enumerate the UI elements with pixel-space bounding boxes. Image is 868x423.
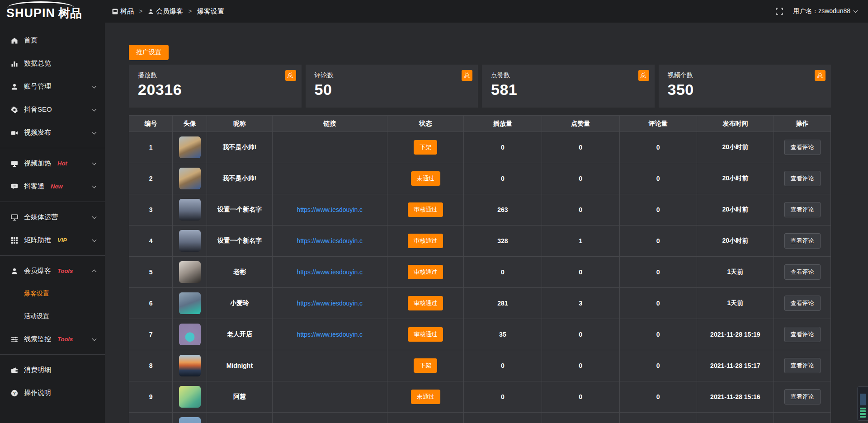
view-comments-button[interactable]: 查看评论	[784, 389, 821, 404]
sidebar-subitem-baoke-settings[interactable]: 爆客设置	[0, 282, 105, 305]
link-cell: https://www.iesdouyin.c	[272, 226, 387, 257]
view-comments-button[interactable]: 查看评论	[784, 202, 821, 217]
row-index-cell: 2	[129, 163, 173, 194]
fullscreen-icon[interactable]	[776, 8, 783, 15]
breadcrumb: 树品 > 会员爆客 > 爆客设置	[112, 7, 224, 16]
avatar-cell	[173, 163, 207, 194]
sidebar-item-home[interactable]: 首页	[0, 29, 105, 52]
video-link[interactable]: https://www.iesdouyin.c	[297, 268, 363, 276]
widget-bar	[860, 416, 866, 418]
comments-cell: 0	[619, 319, 697, 350]
sidebar-item-consumption-detail[interactable]: 消费明细	[0, 358, 105, 381]
plays-cell: 0	[464, 132, 542, 163]
username-label: 用户名：zswodun88	[793, 7, 850, 15]
chevron-down-icon	[92, 84, 97, 88]
sidebar-item-matrix-boost[interactable]: 矩阵助推 VIP	[0, 229, 105, 252]
sidebar-item-all-media[interactable]: 全媒体运营	[0, 206, 105, 229]
sidebar-menu: 首页 数据总览 账号管理 抖音SEO 视频发布 视频加热 Hot	[0, 23, 105, 404]
promotion-settings-button[interactable]: 推广设置	[129, 45, 169, 60]
status-badge[interactable]: 审核通过	[408, 265, 443, 279]
view-comments-button[interactable]: 查看评论	[784, 358, 821, 373]
avatar-cell	[173, 413, 207, 423]
avatar	[179, 261, 201, 283]
view-comments-button[interactable]: 查看评论	[784, 264, 821, 280]
floating-widget[interactable]	[857, 386, 868, 421]
likes-cell: 0	[542, 381, 619, 413]
breadcrumb-section[interactable]: 会员爆客	[156, 7, 183, 16]
avatar	[179, 417, 201, 423]
nickname-cell: 设置一个新名字	[207, 226, 272, 257]
sidebar-item-douyin-seo[interactable]: 抖音SEO	[0, 98, 105, 121]
logo-arc-icon	[7, 1, 74, 8]
link-cell: https://www.iesdouyin.c	[272, 194, 387, 226]
likes-cell: 1	[542, 226, 619, 257]
status-badge[interactable]: 审核通过	[408, 202, 443, 217]
sidebar-subitem-activity-settings[interactable]: 活动设置	[0, 305, 105, 328]
cell	[387, 413, 464, 423]
view-comments-button[interactable]: 查看评论	[784, 296, 821, 311]
nickname-cell: 老彬	[207, 257, 272, 288]
sidebar-item-help[interactable]: ? 操作说明	[0, 381, 105, 404]
status-badge[interactable]: 未通过	[411, 171, 440, 186]
chevron-down-icon	[92, 130, 97, 134]
video-link[interactable]: https://www.iesdouyin.c	[297, 237, 363, 244]
table-row: 6小爱玲https://www.iesdouyin.c审核通过281301天前查…	[129, 288, 831, 319]
plays-cell: 0	[464, 381, 542, 413]
sidebar-item-account-mgmt[interactable]: 账号管理	[0, 75, 105, 98]
view-comments-button[interactable]: 查看评论	[784, 233, 821, 249]
view-comments-button[interactable]: 查看评论	[784, 140, 821, 155]
video-link[interactable]: https://www.iesdouyin.c	[297, 331, 363, 338]
status-badge[interactable]: 审核通过	[408, 234, 443, 248]
status-badge[interactable]: 未通过	[411, 390, 440, 404]
row-index-cell: 6	[129, 288, 173, 319]
view-comments-button[interactable]: 查看评论	[784, 327, 821, 342]
chevron-down-icon	[92, 160, 97, 165]
app-logo[interactable]: SHUPIN 树品	[0, 0, 105, 23]
status-badge[interactable]: 下架	[414, 140, 437, 155]
action-cell: 查看评论	[774, 226, 831, 257]
avatar	[179, 230, 201, 252]
sidebar-item-video-heat[interactable]: 视频加热 Hot	[0, 152, 105, 175]
user-menu[interactable]: 用户名：zswodun88	[793, 7, 857, 15]
stat-card-label: 视频个数	[668, 71, 831, 80]
breadcrumb-home[interactable]: 树品	[120, 7, 134, 16]
status-badge[interactable]: 审核通过	[408, 296, 443, 310]
chevron-down-icon	[92, 336, 97, 341]
video-link[interactable]: https://www.iesdouyin.c	[297, 300, 363, 307]
sidebar-item-clue-monitor[interactable]: 线索监控 Tools	[0, 328, 105, 351]
menu-divider	[0, 148, 105, 148]
status-badge[interactable]: 审核通过	[408, 327, 443, 342]
action-cell: 查看评论	[774, 288, 831, 319]
table-row: 9阿慧未通过0002021-11-28 15:16查看评论	[129, 381, 831, 413]
sliders-icon	[11, 336, 18, 343]
bar-chart-icon	[11, 60, 18, 67]
stat-card-label: 播放数	[138, 71, 302, 80]
row-index-cell: 5	[129, 257, 173, 288]
svg-text:?: ?	[13, 390, 16, 395]
chevron-up-icon	[92, 270, 97, 274]
menu-divider	[0, 354, 105, 355]
column-header: 头像	[173, 116, 207, 132]
stat-card: 评论数50总	[306, 65, 478, 108]
status-cell: 审核通过	[387, 319, 464, 350]
sidebar-item-data-overview[interactable]: 数据总览	[0, 52, 105, 75]
status-cell: 下架	[387, 132, 464, 163]
publish-time-cell: 20小时前	[697, 226, 774, 257]
video-link[interactable]: https://www.iesdouyin.c	[297, 206, 363, 213]
link-cell: https://www.iesdouyin.c	[272, 319, 387, 350]
likes-cell: 3	[542, 288, 619, 319]
column-header: 昵称	[207, 116, 272, 132]
comments-cell: 0	[619, 257, 697, 288]
stat-card-value: 581	[491, 81, 655, 99]
stats-row: 播放数20316总评论数50总点赞数581总视频个数350总	[129, 65, 831, 108]
view-comments-button[interactable]: 查看评论	[784, 171, 821, 186]
sidebar-item-douketong[interactable]: 抖客通 New	[0, 175, 105, 198]
total-badge: 总	[638, 70, 649, 81]
sidebar-item-video-publish[interactable]: 视频发布	[0, 121, 105, 144]
status-badge[interactable]: 下架	[414, 358, 437, 373]
sidebar-item-member-baoke[interactable]: 会员爆客 Tools	[0, 259, 105, 282]
nickname-cell: 小爱玲	[207, 288, 272, 319]
comments-cell: 0	[619, 288, 697, 319]
table-header-row: 编号头像昵称链接状态播放量点赞量评论量发布时间操作	[129, 116, 831, 132]
cell	[542, 413, 619, 423]
